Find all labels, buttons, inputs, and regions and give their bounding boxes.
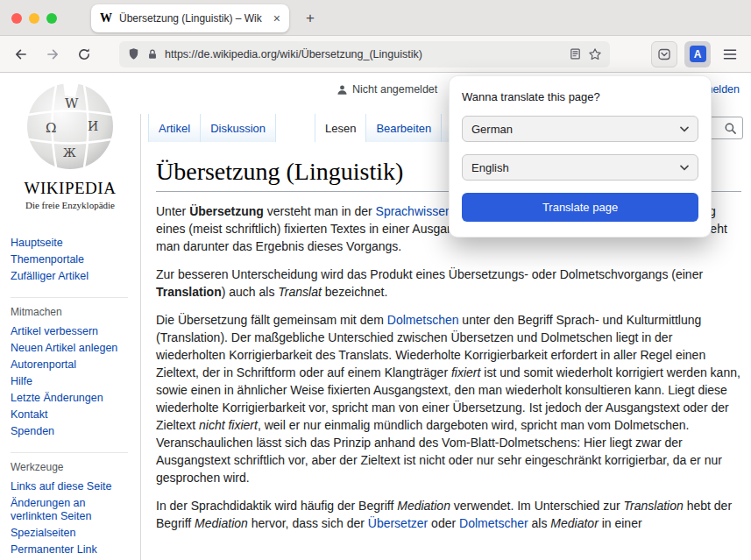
text-run: fixiert [451,365,480,379]
svg-text:Ж: Ж [63,146,76,159]
translate-page-button[interactable]: Translate page [462,193,698,222]
text-run: als [528,516,551,530]
text-run: verwendet. Im Unterschied zur [450,499,624,513]
text-run: ) auch als [222,285,279,299]
sidebar-item-zufälliger-artikel[interactable]: Zufälliger Artikel [11,268,128,285]
forward-icon [46,47,60,61]
svg-text:И: И [88,119,98,133]
text-run: Unter [156,204,189,218]
text-run: in einer [599,516,642,530]
reader-view-button[interactable] [569,47,582,60]
chevron-down-icon [680,165,689,171]
sidebar-section: WerkzeugeLinks auf diese SeiteÄnderungen… [11,452,128,560]
menu-button[interactable] [718,42,742,67]
sidebar-item-autorenportal[interactable]: Autorenportal [11,357,128,373]
bookmark-star-button[interactable] [588,47,602,61]
close-tab-icon[interactable]: × [273,12,280,25]
text-run: Translat [278,285,322,299]
minimize-window-button[interactable] [29,13,39,24]
translate-popup: Wanna translate this page? German Englis… [449,75,712,237]
sidebar-item-kontakt[interactable]: Kontakt [11,407,128,423]
source-language-select[interactable]: German [462,116,698,142]
wiki-tab-bearbeiten[interactable]: Bearbeiten [366,114,442,142]
svg-text:W: W [65,96,79,111]
user-icon [337,84,348,96]
lock-icon[interactable] [146,48,159,60]
sidebar-item-permanenter-link[interactable]: Permanenter Link [11,542,128,558]
wikipedia-logo[interactable]: Ω W И Ж WIKIPEDIA Die freie Enzyklopädie [0,80,140,210]
article-link-dolmetschen[interactable]: Dolmetschen [387,313,459,327]
text-run: bezeichnet. [322,285,388,299]
back-icon [14,47,28,61]
sidebar-heading-mitmachen: Mitmachen [11,306,128,318]
translate-icon: A [690,46,706,62]
reader-view-icon [569,47,582,60]
sidebar-item-spenden[interactable]: Spenden [11,423,128,440]
browser-chrome: W Übersetzung (Linguistik) – Wik × + htt… [0,0,751,74]
article-paragraph: Zur besseren Unterscheidung wird das Pro… [156,266,741,301]
sidebar-item-spezialseiten[interactable]: Spezialseiten [11,525,128,542]
translate-extension-button[interactable]: A [684,41,711,67]
text-run: versteht man in der [264,204,376,218]
wikipedia-favicon: W [100,11,112,25]
sidebar-heading-werkzeuge: Werkzeuge [11,461,128,473]
text-run: Die Übersetzung fällt gemeinsam mit dem [156,313,387,327]
back-button[interactable] [9,42,33,67]
pocket-button[interactable] [651,41,677,67]
browser-tab[interactable]: W Übersetzung (Linguistik) – Wik × [91,4,289,32]
sidebar-item-themenportale[interactable]: Themenportale [11,252,128,268]
sidebar-section: MitmachenArtikel verbessernNeuen Artikel… [11,297,128,440]
source-language-value: German [471,123,513,136]
reload-button[interactable] [72,42,96,67]
user-status: Nicht angemeldet [337,83,437,96]
window-controls [11,13,57,24]
hamburger-icon [723,48,737,60]
wiki-tab-lesen[interactable]: Lesen [315,114,366,142]
sidebar-item-neuen-artikel-anlegen[interactable]: Neuen Artikel anlegen [11,340,128,357]
wiki-sidebar: Ω W И Ж WIKIPEDIA Die freie Enzyklopädie… [0,74,140,560]
text-run: oder [428,516,459,530]
tab-title: Übersetzung (Linguistik) – Wik [119,12,266,25]
popup-title: Wanna translate this page? [462,90,698,103]
wiki-tab-artikel[interactable]: Artikel [148,114,201,142]
text-run: Zur besseren Unterscheidung wird das Pro… [156,267,703,281]
navigation-toolbar: https://de.wikipedia.org/wiki/Übersetzun… [0,36,751,73]
sidebar-item-hauptseite[interactable]: Hauptseite [11,235,128,252]
article-link-dolmetscher[interactable]: Dolmetscher [459,516,528,530]
url-bar[interactable]: https://de.wikipedia.org/wiki/Übersetzun… [119,41,610,67]
chevron-down-icon [680,126,689,132]
wikipedia-wordmark: WIKIPEDIA [0,179,140,198]
text-run: hervor, dass sich der [248,516,368,530]
text-run: Mediation [397,499,450,513]
sidebar-item-änderungen-an-verlinkten-seiten[interactable]: Änderungen an verlinkten Seiten [11,495,128,525]
search-button[interactable] [722,122,742,135]
text-run: Translation [156,285,222,299]
sidebar-item-letzte-änderungen[interactable]: Letzte Änderungen [11,390,128,407]
zoom-window-button[interactable] [46,13,57,24]
new-tab-button[interactable]: + [300,8,321,29]
sidebar-item-artikel-verbessern[interactable]: Artikel verbessern [11,323,128,340]
sidebar-item-links-auf-diese-seite[interactable]: Links auf diese Seite [11,478,128,495]
svg-text:Ω: Ω [46,120,56,136]
forward-button[interactable] [40,42,65,67]
namespace-tabs: ArtikelDiskussion [148,114,276,142]
sidebar-item-hilfe[interactable]: Hilfe [11,373,128,390]
tracking-shield-icon[interactable] [127,47,140,60]
text-run: In der Sprachdidaktik wird häufig der Be… [156,499,397,513]
not-logged-in-label: Nicht angemeldet [352,83,437,96]
text-run: Mediator [550,516,598,530]
text-run: Translation [624,499,684,513]
target-language-select[interactable]: English [462,154,698,181]
target-language-value: English [471,161,509,174]
url-text: https://de.wikipedia.org/wiki/Übersetzun… [165,48,563,60]
sidebar-navigation: HauptseiteThemenportaleZufälliger Artike… [11,235,128,560]
sidebar-section: HauptseiteThemenportaleZufälliger Artike… [11,235,128,285]
wikipedia-globe-icon: Ω W И Ж [25,80,116,171]
close-window-button[interactable] [11,13,22,24]
article-link-übersetzer[interactable]: Übersetzer [368,516,428,530]
pocket-icon [657,47,671,61]
wikipedia-tagline: Die freie Enzyklopädie [0,200,140,210]
text-run: Übersetzung [189,204,264,218]
wiki-tab-diskussion[interactable]: Diskussion [201,114,276,142]
star-icon [588,47,602,61]
